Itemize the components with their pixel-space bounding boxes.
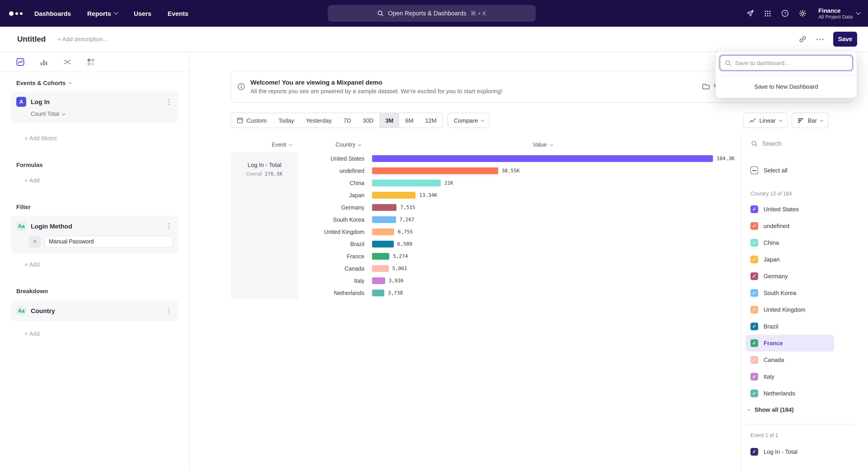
checkbox-checked[interactable]: ✓ xyxy=(750,272,758,280)
checkbox-checked[interactable]: ✓ xyxy=(750,389,758,397)
country-filter-south-korea[interactable]: ✓South Korea xyxy=(745,285,834,301)
global-search-button[interactable]: Open Reports & Dashboards ⌘ + K xyxy=(328,5,536,22)
country-filter-brazil[interactable]: ✓Brazil xyxy=(745,318,834,335)
insights-icon[interactable] xyxy=(16,58,24,66)
bar-canada[interactable] xyxy=(372,265,389,272)
country-column-header[interactable]: Country xyxy=(298,142,364,148)
value-column-header[interactable]: Value xyxy=(372,142,713,148)
kebab-menu-icon[interactable]: ⋮ xyxy=(165,308,173,314)
event-column-header[interactable]: Event xyxy=(231,142,298,148)
checkbox-indeterminate[interactable] xyxy=(750,167,758,174)
checkbox-checked[interactable]: ✓ xyxy=(750,239,758,246)
report-title[interactable]: Untitled xyxy=(17,35,46,44)
bar-brazil[interactable] xyxy=(372,241,394,247)
country-filter-united-kingdom[interactable]: ✓United Kingdom xyxy=(745,301,834,318)
save-to-new-dashboard-option[interactable]: Save to New Dashboard xyxy=(716,75,857,98)
flow-icon[interactable] xyxy=(63,58,71,66)
event-filter-checkbox[interactable]: ✓ xyxy=(750,448,758,455)
kebab-menu-icon[interactable]: ⋮ xyxy=(165,99,173,105)
nav-item-reports[interactable]: Reports xyxy=(87,10,118,17)
date-range-6m[interactable]: 6M xyxy=(399,113,419,127)
send-icon[interactable] xyxy=(746,9,754,17)
apps-grid-icon[interactable] xyxy=(764,10,771,17)
mixpanel-logo-icon[interactable] xyxy=(9,11,23,16)
bar-category-label: United Kingdom xyxy=(298,229,364,235)
chart-scale-selector[interactable]: Linear xyxy=(743,113,787,128)
bar-japan[interactable] xyxy=(372,192,416,199)
date-range-custom[interactable]: Custom xyxy=(231,113,273,127)
country-filter-united-states[interactable]: ✓United States xyxy=(745,201,834,217)
add-metric-button[interactable]: + Add Metric xyxy=(24,135,57,142)
bar-italy[interactable] xyxy=(372,277,385,284)
checkbox-checked[interactable]: ✓ xyxy=(750,256,758,263)
checkbox-checked[interactable]: ✓ xyxy=(750,205,758,213)
bar-germany[interactable] xyxy=(372,204,397,211)
checkbox-checked[interactable]: ✓ xyxy=(750,306,758,314)
metric-name[interactable]: Log In xyxy=(31,98,50,106)
dashboard-search-input[interactable] xyxy=(735,59,848,66)
copy-link-icon[interactable] xyxy=(799,35,807,43)
show-all-button[interactable]: Show all (184) xyxy=(748,406,794,413)
date-range-yesterday[interactable]: Yesterday xyxy=(300,113,338,127)
country-filter-france[interactable]: ✓France xyxy=(745,335,834,352)
kebab-menu-icon[interactable]: ⋮ xyxy=(165,223,173,229)
add-breakdown-button[interactable]: + Add xyxy=(24,330,39,337)
filter-operator[interactable]: = xyxy=(29,236,41,247)
compare-button[interactable]: Compare xyxy=(447,113,490,128)
date-range-3m[interactable]: 3M xyxy=(379,113,399,127)
country-filter-netherlands[interactable]: ✓Netherlands xyxy=(745,385,834,402)
select-all-row[interactable]: Select all xyxy=(750,167,787,174)
country-filter-italy[interactable]: ✓Italy xyxy=(745,368,834,385)
add-formula-button[interactable]: + Add xyxy=(24,177,39,184)
legend-search-input[interactable] xyxy=(762,140,844,147)
save-button[interactable]: Save xyxy=(833,32,857,47)
bar-united-kingdom[interactable] xyxy=(372,229,394,235)
bar-south-korea[interactable] xyxy=(372,216,396,223)
add-filter-button[interactable]: + Add xyxy=(24,261,39,268)
bar-value-label: 6,755 xyxy=(398,229,413,235)
checkbox-checked[interactable]: ✓ xyxy=(750,222,758,230)
bar-united-states[interactable] xyxy=(372,155,713,162)
checkbox-checked[interactable]: ✓ xyxy=(750,373,758,381)
country-filter-germany[interactable]: ✓Germany xyxy=(745,268,834,285)
date-range-7d[interactable]: 7D xyxy=(338,113,357,127)
nav-item-users[interactable]: Users xyxy=(134,10,151,17)
chart-row-canada: Canada5,061 xyxy=(298,262,735,275)
event-filter-row[interactable]: ✓ Log In - Total xyxy=(745,443,834,460)
event-series-cell[interactable]: Log In - Total Overall 276.5K xyxy=(231,152,298,299)
nav-item-dashboards[interactable]: Dashboards xyxy=(34,10,71,17)
country-filter-canada[interactable]: ✓Canada xyxy=(745,352,834,368)
filter-value-input[interactable]: Manual Password xyxy=(44,236,173,247)
checkbox-checked[interactable]: ✓ xyxy=(750,339,758,347)
bar-undefined[interactable] xyxy=(372,168,498,174)
bar-china[interactable] xyxy=(372,180,441,186)
more-options-icon[interactable]: ⋯ xyxy=(815,37,824,41)
retention-icon[interactable] xyxy=(87,58,95,66)
bar-france[interactable] xyxy=(372,253,389,260)
help-icon[interactable]: ? xyxy=(781,9,789,17)
date-range-12m[interactable]: 12M xyxy=(419,113,442,127)
date-range-today[interactable]: Today xyxy=(273,113,300,127)
info-icon xyxy=(237,83,245,90)
nav-item-events[interactable]: Events xyxy=(168,10,188,17)
checkbox-checked[interactable]: ✓ xyxy=(750,323,758,330)
add-description-field[interactable]: + Add description... xyxy=(58,36,108,42)
country-filter-undefined[interactable]: ✓undefined xyxy=(745,217,834,234)
funnel-icon[interactable] xyxy=(40,58,48,66)
project-switcher[interactable]: Finance All Project Data xyxy=(818,7,860,20)
events-cohorts-section-header[interactable]: Events & Cohorts xyxy=(16,80,71,86)
show-all-label: Show all (184) xyxy=(754,406,794,413)
checkbox-checked[interactable]: ✓ xyxy=(750,356,758,364)
aggregation-selector[interactable]: Count Total xyxy=(31,111,173,117)
gear-icon[interactable] xyxy=(799,9,807,17)
country-filter-japan[interactable]: ✓Japan xyxy=(745,251,834,268)
filter-section-header: Filter xyxy=(16,204,31,210)
checkbox-checked[interactable]: ✓ xyxy=(750,289,758,297)
date-range-30d[interactable]: 30D xyxy=(357,113,379,127)
filter-property-name[interactable]: Login Method xyxy=(31,223,72,230)
bar-netherlands[interactable] xyxy=(372,290,384,296)
compare-label: Compare xyxy=(454,117,478,124)
country-filter-china[interactable]: ✓China xyxy=(745,234,834,251)
chart-type-selector[interactable]: Bar xyxy=(792,113,829,128)
breakdown-property-name[interactable]: Country xyxy=(31,307,55,315)
